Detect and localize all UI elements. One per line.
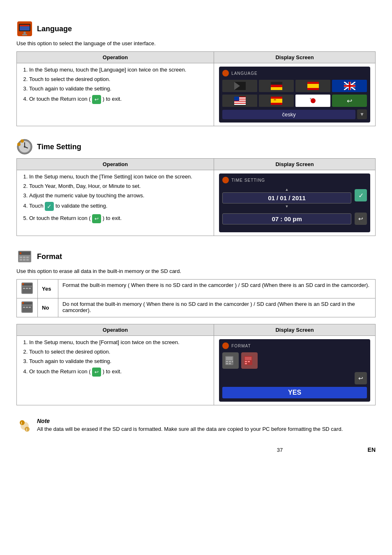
format-operations: In the Setup menu, touch the [Format] ic…: [17, 336, 214, 405]
svg-rect-70: [226, 363, 228, 364]
ds-format-title: FORMAT: [231, 344, 251, 348]
flag-de: [259, 80, 294, 92]
svg-rect-50: [20, 252, 21, 254]
svg-rect-53: [22, 283, 24, 285]
svg-rect-27: [271, 97, 282, 99]
language-icon: [16, 21, 33, 37]
note-section: ! ! Note All the data will be erased if …: [16, 418, 376, 434]
format-yes-row: Yes Format the built-in memory ( When th…: [17, 280, 376, 298]
svg-point-41: [17, 143, 21, 146]
language-op-header: Operation: [17, 52, 214, 63]
svg-rect-25: [234, 104, 246, 105]
note-icon: ! !: [16, 418, 33, 434]
language-display: LANGUAGE: [214, 63, 376, 126]
time-check-button[interactable]: ✓: [355, 189, 367, 201]
format-title: Format: [37, 252, 62, 261]
svg-rect-31: [271, 103, 282, 105]
format-no-row: No Do not format the built-in memory ( W…: [17, 298, 376, 317]
svg-rect-67: [226, 361, 228, 362]
format-yes-label: Yes: [38, 280, 58, 298]
format-yes-bar: YES: [222, 387, 367, 398]
svg-rect-56: [26, 288, 28, 289]
ds-lang-icon: [222, 70, 229, 76]
svg-rect-49: [26, 259, 29, 261]
svg-rect-54: [22, 287, 32, 293]
format-step-3: Touch again to validate the setting.: [29, 358, 209, 364]
svg-rect-71: [229, 363, 231, 364]
time-date-col: ▲ 01 / 01 / 2011 ▼: [222, 187, 351, 208]
svg-rect-66: [226, 357, 233, 360]
time-date-row: ▲ 01 / 01 / 2011 ▼ ✓: [222, 187, 367, 208]
svg-rect-11: [307, 82, 319, 84]
time-return-button[interactable]: ↩: [355, 213, 367, 225]
svg-rect-45: [20, 259, 22, 261]
format-op-header: Operation: [17, 324, 214, 336]
note-content: Note All the data will be erased if the …: [37, 418, 343, 432]
svg-rect-28: [271, 99, 282, 100]
ds-time-icon: [222, 177, 229, 183]
svg-rect-64: [29, 307, 31, 308]
svg-rect-61: [22, 305, 32, 312]
svg-point-40: [21, 139, 24, 143]
time-operations: In the Setup menu, touch the [Time Setti…: [17, 170, 214, 236]
svg-rect-62: [23, 307, 25, 308]
svg-rect-10: [271, 87, 282, 90]
format-no-desc: Do not format the built-in memory ( When…: [58, 298, 376, 317]
svg-rect-57: [29, 288, 31, 289]
time-time-row: 07 : 00 pm ↩: [222, 213, 367, 225]
language-step-3: Touch again to validate the setting.: [29, 86, 209, 92]
svg-rect-44: [20, 257, 22, 258]
lang-flags-row2: ↩: [222, 95, 367, 107]
format-return-button[interactable]: ↩: [355, 372, 367, 384]
format-table: Operation Display Screen In the Setup me…: [16, 324, 376, 405]
svg-rect-20: [344, 85, 355, 87]
format-step-2: Touch to select the desired option.: [29, 349, 209, 355]
time-icon: [16, 139, 33, 155]
language-operations: In the Setup menu, touch the [Language] …: [17, 63, 214, 126]
svg-rect-24: [234, 102, 246, 103]
note-text: All the data will be erased if the SD ca…: [37, 426, 343, 432]
time-step-1: In the Setup menu, touch the [Time Setti…: [29, 173, 209, 180]
svg-point-79: [25, 427, 30, 432]
check-icon-inline: ✓: [45, 202, 54, 211]
page-lang: EN: [368, 446, 376, 453]
format-description: Use this option to erase all data in the…: [16, 268, 376, 274]
format-yes-icon-cell: [17, 280, 38, 298]
flag-gb: [332, 80, 367, 92]
format-display-screen: FORMAT: [219, 339, 370, 402]
svg-point-78: [20, 420, 25, 425]
language-step-1: In the Setup menu, touch the [Language] …: [29, 67, 209, 73]
time-section-header: Time Setting: [16, 139, 376, 155]
svg-rect-60: [22, 302, 24, 304]
flag-us: [222, 95, 257, 107]
svg-rect-5: [22, 34, 27, 35]
flag-return: ↩: [332, 95, 367, 107]
format-sd-icon: [241, 352, 258, 369]
flag-es: [295, 80, 330, 92]
format-no-icon-cell: [17, 298, 38, 317]
svg-rect-48: [26, 257, 29, 258]
time-display: TIME SETTING ▲ 01 / 01 / 2011 ▼ ✓ 07 : 0…: [214, 170, 376, 236]
format-step-4: Or touch the Return icon ( ↩ ) to exit.: [29, 368, 209, 377]
page-footer: 37 EN: [16, 446, 376, 453]
format-step-1: In the Setup menu, touch the [Format] ic…: [29, 339, 209, 345]
format-ds-titlebar: FORMAT: [222, 342, 367, 349]
page-number: 37: [192, 447, 367, 453]
format-display: FORMAT: [214, 336, 376, 405]
svg-rect-46: [23, 257, 25, 258]
format-icon: [16, 248, 33, 265]
ds-time-title: TIME SETTING: [231, 178, 265, 183]
svg-rect-12: [307, 84, 319, 88]
return-icon-inline: ↩: [92, 95, 101, 104]
svg-text:!: !: [26, 428, 27, 432]
time-time-col: 07 : 00 pm: [222, 213, 351, 224]
svg-rect-69: [232, 361, 233, 362]
svg-rect-26: [234, 97, 239, 101]
svg-rect-3: [20, 25, 30, 26]
svg-rect-63: [26, 307, 28, 308]
language-display-screen: LANGUAGE: [219, 67, 370, 123]
svg-point-34: [310, 98, 311, 99]
time-table: Operation Display Screen In the Setup me…: [16, 158, 376, 236]
format-disp-header: Display Screen: [214, 324, 376, 336]
time-down-arrow: ▼: [222, 204, 351, 208]
